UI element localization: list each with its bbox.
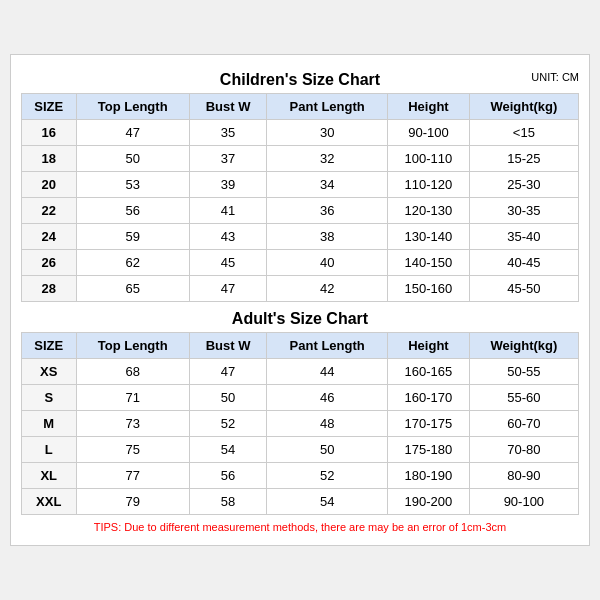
table-cell: 16 bbox=[22, 120, 77, 146]
ch-col-height: Height bbox=[388, 94, 470, 120]
tips-text: TIPS: Due to different measurement metho… bbox=[21, 515, 579, 535]
table-cell: 22 bbox=[22, 198, 77, 224]
table-cell: 34 bbox=[267, 172, 388, 198]
table-cell: 52 bbox=[189, 411, 266, 437]
table-row: S715046160-17055-60 bbox=[22, 385, 579, 411]
table-cell: 41 bbox=[189, 198, 266, 224]
table-cell: 170-175 bbox=[388, 411, 470, 437]
ad-col-pant-length: Pant Length bbox=[267, 333, 388, 359]
table-cell: 120-130 bbox=[388, 198, 470, 224]
table-cell: 50-55 bbox=[469, 359, 578, 385]
ad-col-bust-w: Bust W bbox=[189, 333, 266, 359]
ad-col-weight: Weight(kg) bbox=[469, 333, 578, 359]
table-cell: XL bbox=[22, 463, 77, 489]
table-cell: 48 bbox=[267, 411, 388, 437]
table-cell: 50 bbox=[76, 146, 189, 172]
table-cell: 140-150 bbox=[388, 250, 470, 276]
ch-col-pant-length: Pant Length bbox=[267, 94, 388, 120]
table-cell: M bbox=[22, 411, 77, 437]
ch-col-weight: Weight(kg) bbox=[469, 94, 578, 120]
ad-col-top-length: Top Length bbox=[76, 333, 189, 359]
table-cell: <15 bbox=[469, 120, 578, 146]
table-row: XS684744160-16550-55 bbox=[22, 359, 579, 385]
table-row: 1647353090-100<15 bbox=[22, 120, 579, 146]
ad-col-size: SIZE bbox=[22, 333, 77, 359]
table-cell: 42 bbox=[267, 276, 388, 302]
table-cell: 47 bbox=[189, 276, 266, 302]
adults-title: Adult's Size Chart bbox=[21, 302, 579, 332]
children-title-text: Children's Size Chart bbox=[220, 71, 380, 88]
children-title: Children's Size Chart UNIT: CM bbox=[21, 65, 579, 93]
table-cell: 46 bbox=[267, 385, 388, 411]
table-cell: 79 bbox=[76, 489, 189, 515]
table-cell: 190-200 bbox=[388, 489, 470, 515]
table-cell: 110-120 bbox=[388, 172, 470, 198]
table-cell: 15-25 bbox=[469, 146, 578, 172]
ch-col-top-length: Top Length bbox=[76, 94, 189, 120]
table-cell: 59 bbox=[76, 224, 189, 250]
table-cell: XXL bbox=[22, 489, 77, 515]
table-cell: 32 bbox=[267, 146, 388, 172]
unit-label: UNIT: CM bbox=[531, 71, 579, 83]
table-cell: S bbox=[22, 385, 77, 411]
adults-header-row: SIZE Top Length Bust W Pant Length Heigh… bbox=[22, 333, 579, 359]
table-cell: 100-110 bbox=[388, 146, 470, 172]
table-cell: 75 bbox=[76, 437, 189, 463]
table-cell: 45-50 bbox=[469, 276, 578, 302]
table-cell: XS bbox=[22, 359, 77, 385]
table-cell: 35-40 bbox=[469, 224, 578, 250]
children-body: 1647353090-100<1518503732100-11015-25205… bbox=[22, 120, 579, 302]
table-row: 22564136120-13030-35 bbox=[22, 198, 579, 224]
table-cell: 175-180 bbox=[388, 437, 470, 463]
table-row: 18503732100-11015-25 bbox=[22, 146, 579, 172]
table-cell: 30-35 bbox=[469, 198, 578, 224]
table-cell: 55-60 bbox=[469, 385, 578, 411]
table-cell: 50 bbox=[267, 437, 388, 463]
table-cell: 25-30 bbox=[469, 172, 578, 198]
table-cell: 38 bbox=[267, 224, 388, 250]
table-cell: 70-80 bbox=[469, 437, 578, 463]
table-cell: 52 bbox=[267, 463, 388, 489]
ad-col-height: Height bbox=[388, 333, 470, 359]
table-cell: 26 bbox=[22, 250, 77, 276]
table-row: XL775652180-19080-90 bbox=[22, 463, 579, 489]
table-cell: 62 bbox=[76, 250, 189, 276]
ch-col-bust-w: Bust W bbox=[189, 94, 266, 120]
table-cell: 71 bbox=[76, 385, 189, 411]
table-row: XXL795854190-20090-100 bbox=[22, 489, 579, 515]
table-cell: 40 bbox=[267, 250, 388, 276]
table-cell: 36 bbox=[267, 198, 388, 224]
table-cell: 47 bbox=[76, 120, 189, 146]
table-cell: 90-100 bbox=[469, 489, 578, 515]
adults-title-text: Adult's Size Chart bbox=[232, 310, 368, 327]
table-cell: 80-90 bbox=[469, 463, 578, 489]
table-cell: L bbox=[22, 437, 77, 463]
table-cell: 53 bbox=[76, 172, 189, 198]
table-cell: 60-70 bbox=[469, 411, 578, 437]
table-cell: 45 bbox=[189, 250, 266, 276]
table-cell: 18 bbox=[22, 146, 77, 172]
table-row: 26624540140-15040-45 bbox=[22, 250, 579, 276]
table-row: L755450175-18070-80 bbox=[22, 437, 579, 463]
adults-body: XS684744160-16550-55S715046160-17055-60M… bbox=[22, 359, 579, 515]
table-cell: 58 bbox=[189, 489, 266, 515]
table-cell: 68 bbox=[76, 359, 189, 385]
table-cell: 90-100 bbox=[388, 120, 470, 146]
table-cell: 150-160 bbox=[388, 276, 470, 302]
table-cell: 24 bbox=[22, 224, 77, 250]
table-row: 20533934110-12025-30 bbox=[22, 172, 579, 198]
children-header-row: SIZE Top Length Bust W Pant Length Heigh… bbox=[22, 94, 579, 120]
table-cell: 77 bbox=[76, 463, 189, 489]
table-cell: 65 bbox=[76, 276, 189, 302]
table-cell: 73 bbox=[76, 411, 189, 437]
table-cell: 56 bbox=[189, 463, 266, 489]
adults-table: SIZE Top Length Bust W Pant Length Heigh… bbox=[21, 332, 579, 515]
table-cell: 39 bbox=[189, 172, 266, 198]
table-cell: 47 bbox=[189, 359, 266, 385]
table-row: 24594338130-14035-40 bbox=[22, 224, 579, 250]
table-cell: 30 bbox=[267, 120, 388, 146]
table-cell: 54 bbox=[189, 437, 266, 463]
table-cell: 28 bbox=[22, 276, 77, 302]
table-cell: 160-165 bbox=[388, 359, 470, 385]
table-cell: 50 bbox=[189, 385, 266, 411]
